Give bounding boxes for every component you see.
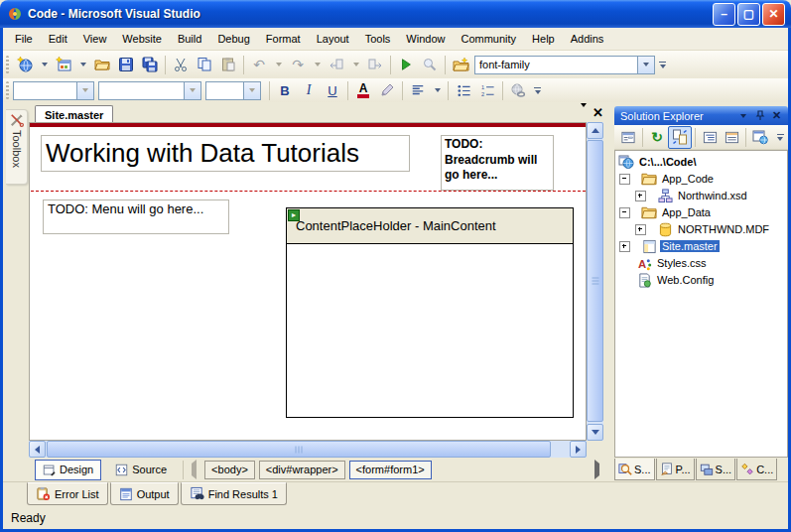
paste-button[interactable] (216, 54, 240, 76)
expand-icon[interactable] (635, 224, 646, 235)
menu-community[interactable]: Community (453, 29, 524, 49)
close-panel-icon[interactable]: ✕ (769, 108, 784, 123)
tag-nav-left-icon[interactable] (192, 464, 197, 475)
breadcrumb-todo-box[interactable]: TODO: Breadcrumb will go here... (441, 135, 554, 191)
tree-item-app-code[interactable]: App_Code (619, 171, 716, 187)
navigate-forward-button[interactable] (363, 54, 387, 76)
formatting-options-chevron[interactable] (530, 79, 545, 102)
content-placeholder-header[interactable]: ▸ ContentPlaceHolder - MainContent (287, 208, 573, 244)
design-view-button[interactable]: Design (35, 460, 101, 480)
tab-find-results[interactable]: Find Results 1 (181, 482, 287, 505)
tab-server-explorer[interactable]: S... (696, 459, 736, 480)
scroll-right-button[interactable] (570, 441, 587, 458)
horizontal-scroll-thumb[interactable] (47, 441, 551, 458)
new-website-button[interactable] (13, 54, 37, 76)
active-files-dropdown-icon[interactable] (581, 107, 587, 119)
tree-item-root[interactable]: C:\...\Code\ (618, 154, 698, 170)
block-format-combobox[interactable] (13, 81, 94, 100)
navigate-back-dropdown[interactable] (348, 54, 363, 76)
font-color-button[interactable]: A (351, 79, 375, 102)
menu-build[interactable]: Build (170, 29, 209, 49)
close-button[interactable]: ✕ (762, 3, 785, 26)
maximize-button[interactable]: ▢ (737, 3, 760, 26)
tree-item-web-config[interactable]: Web.Config (636, 272, 716, 288)
menu-file[interactable]: File (7, 29, 41, 49)
add-item-button[interactable] (52, 54, 75, 76)
design-surface[interactable]: Working with Data Tutorials TODO: Breadc… (29, 122, 587, 441)
menu-debug[interactable]: Debug (209, 29, 257, 49)
scroll-left-button[interactable] (29, 441, 46, 458)
tab-output[interactable]: Output (110, 482, 179, 505)
alignment-dropdown[interactable] (430, 79, 445, 102)
properties-button[interactable] (617, 127, 639, 148)
cut-button[interactable] (169, 54, 193, 76)
design-vertical-scrollbar[interactable] (587, 122, 603, 441)
collapse-icon[interactable] (619, 207, 630, 218)
aspnet-configuration-button[interactable] (749, 127, 771, 148)
placeholder-action-glyph-icon[interactable]: ▸ (288, 209, 300, 221)
toolbar-grip[interactable] (6, 56, 9, 73)
tag-form-form1[interactable]: <form#form1> (349, 461, 432, 479)
tree-item-app-data[interactable]: App_Data (619, 204, 713, 220)
font-family-combobox[interactable]: font-family (474, 56, 655, 74)
vertical-scroll-thumb[interactable] (587, 140, 603, 422)
tree-item-northwnd-mdf[interactable]: NORTHWND.MDF (635, 221, 771, 237)
style-builder-icon[interactable] (449, 54, 472, 76)
scroll-down-button[interactable] (587, 424, 603, 441)
highlight-button[interactable] (375, 79, 399, 102)
solution-tree[interactable]: C:\...\Code\ App_Code Northwind.xsd App_… (614, 150, 788, 458)
add-item-dropdown[interactable] (75, 54, 90, 76)
bold-button[interactable]: B (273, 79, 297, 102)
expand-icon[interactable] (635, 191, 646, 201)
minimize-button[interactable]: – (713, 3, 735, 26)
se-toolbar-chevron[interactable] (774, 134, 786, 141)
open-file-button[interactable] (90, 54, 114, 76)
document-tab-site-master[interactable]: Site.master (35, 105, 113, 123)
toolbar-grip-2[interactable] (6, 81, 9, 99)
nest-related-files-button[interactable] (699, 127, 721, 148)
save-button[interactable] (114, 54, 138, 76)
toolbar-options-chevron[interactable] (655, 54, 670, 76)
tag-nav-right-icon[interactable] (594, 464, 599, 475)
tab-solution-explorer[interactable]: S... (614, 459, 655, 480)
tree-item-site-master[interactable]: Site.master (619, 238, 720, 254)
font-size-combobox[interactable] (205, 81, 261, 100)
tab-class-view[interactable]: C... (736, 459, 777, 480)
content-placeholder[interactable]: ▸ ContentPlaceHolder - MainContent (286, 207, 574, 418)
font-name-combobox[interactable] (98, 81, 201, 100)
save-all-button[interactable] (138, 54, 162, 76)
refresh-button[interactable]: ↻ (646, 127, 668, 148)
expand-icon[interactable] (619, 241, 630, 252)
menu-todo-box[interactable]: TODO: Menu will go here... (43, 200, 229, 234)
menu-website[interactable]: Website (114, 29, 170, 49)
window-position-dropdown-icon[interactable] (735, 108, 750, 123)
toolbox-tab[interactable]: Toolbox (6, 109, 28, 185)
tree-item-styles-css[interactable]: A Styles.css (636, 255, 709, 271)
tag-div-wrapper[interactable]: <div#wrapper> (259, 461, 345, 479)
copy-button[interactable] (193, 54, 216, 76)
menu-view[interactable]: View (75, 29, 115, 49)
menu-window[interactable]: Window (398, 29, 453, 49)
menu-format[interactable]: Format (258, 29, 309, 49)
menu-layout[interactable]: Layout (309, 29, 357, 49)
italic-button[interactable]: I (297, 79, 321, 102)
tab-error-list[interactable]: Error List (27, 482, 108, 505)
site-heading[interactable]: Working with Data Tutorials (41, 135, 410, 172)
close-document-icon[interactable]: ✕ (593, 106, 603, 119)
title-bar[interactable]: Code - Microsoft Visual Studio – ▢ ✕ (0, 0, 791, 28)
menu-tools[interactable]: Tools (357, 29, 399, 49)
start-debugging-button[interactable] (394, 54, 418, 76)
undo-button[interactable]: ↶ (247, 54, 271, 76)
hyperlink-button[interactable] (506, 79, 530, 102)
solution-explorer-titlebar[interactable]: Solution Explorer ✕ (614, 106, 788, 125)
new-website-dropdown[interactable] (37, 54, 52, 76)
design-horizontal-scrollbar[interactable] (29, 441, 587, 458)
menu-help[interactable]: Help (524, 29, 563, 49)
auto-hide-pin-icon[interactable] (752, 108, 767, 123)
menu-edit[interactable]: Edit (41, 29, 75, 49)
view-class-diagram-button[interactable] (721, 127, 742, 148)
source-view-button[interactable]: Source (107, 460, 175, 480)
tag-body[interactable]: <body> (204, 461, 255, 479)
navigate-back-button[interactable] (325, 54, 348, 76)
alignment-button[interactable] (406, 79, 430, 102)
